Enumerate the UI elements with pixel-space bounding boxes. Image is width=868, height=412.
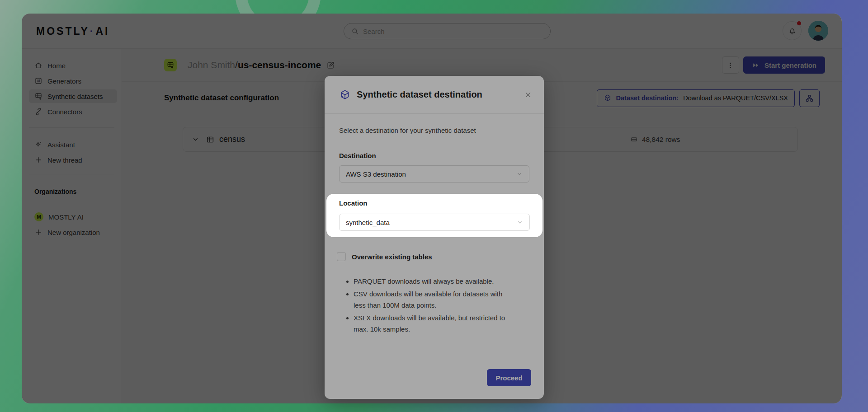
location-select-value: synthetic_data — [346, 219, 390, 226]
location-spotlight: Location synthetic_data — [326, 194, 542, 237]
screen: MOSTLY·AI Hom — [0, 0, 868, 412]
chevron-down-icon — [517, 219, 523, 225]
location-field-label: Location — [339, 199, 368, 207]
location-select[interactable]: synthetic_data — [339, 214, 530, 231]
